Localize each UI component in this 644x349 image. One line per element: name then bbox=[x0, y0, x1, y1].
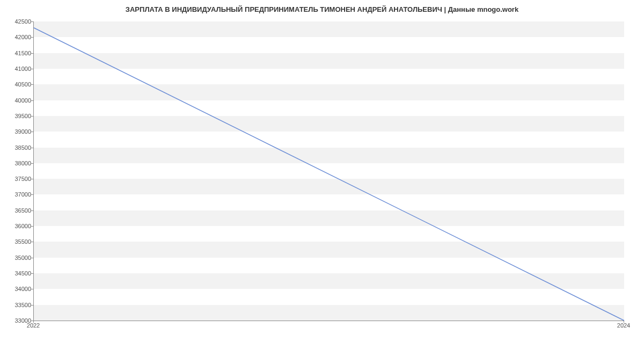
y-tick bbox=[31, 210, 33, 211]
y-tick-label: 35500 bbox=[4, 238, 31, 245]
y-tick bbox=[31, 37, 33, 38]
y-tick bbox=[31, 100, 33, 101]
y-tick bbox=[31, 148, 33, 148]
y-tick bbox=[31, 179, 33, 179]
y-tick-label: 38000 bbox=[4, 160, 31, 166]
y-tick-label: 42500 bbox=[4, 18, 31, 25]
y-tick-label: 42000 bbox=[4, 34, 31, 40]
y-tick-label: 37500 bbox=[4, 176, 31, 182]
y-tick-label: 38500 bbox=[4, 144, 31, 151]
y-tick bbox=[31, 116, 33, 117]
y-tick bbox=[31, 194, 33, 195]
y-tick-label: 36500 bbox=[4, 207, 31, 214]
y-tick bbox=[31, 163, 33, 164]
y-tick bbox=[31, 242, 33, 242]
y-tick bbox=[31, 305, 33, 306]
y-tick bbox=[31, 132, 33, 132]
y-tick bbox=[31, 69, 33, 69]
x-tick bbox=[33, 321, 34, 323]
y-tick bbox=[31, 258, 33, 258]
chart-container: ЗАРПЛАТА В ИНДИВИДУАЛЬНЫЙ ПРЕДПРИНИМАТЕЛ… bbox=[0, 0, 644, 349]
y-tick-label: 40000 bbox=[4, 97, 31, 104]
y-tick-label: 40500 bbox=[4, 81, 31, 88]
y-tick bbox=[31, 53, 33, 54]
y-tick-label: 34000 bbox=[4, 286, 31, 292]
y-tick-label: 34500 bbox=[4, 270, 31, 277]
line-series bbox=[34, 21, 624, 321]
x-tick-label: 2024 bbox=[617, 322, 630, 329]
y-tick-label: 41000 bbox=[4, 66, 31, 72]
y-tick bbox=[31, 289, 33, 289]
y-tick bbox=[31, 226, 33, 227]
y-tick bbox=[31, 84, 33, 85]
y-tick-label: 35000 bbox=[4, 255, 31, 261]
y-tick-label: 39500 bbox=[4, 113, 31, 119]
chart-title: ЗАРПЛАТА В ИНДИВИДУАЛЬНЫЙ ПРЕДПРИНИМАТЕЛ… bbox=[0, 0, 644, 13]
y-tick-label: 41500 bbox=[4, 50, 31, 56]
y-tick bbox=[31, 21, 33, 22]
y-tick bbox=[31, 273, 33, 274]
x-tick-label: 2022 bbox=[27, 322, 40, 329]
x-tick bbox=[624, 321, 624, 323]
y-tick-label: 39000 bbox=[4, 128, 31, 135]
y-tick-label: 36000 bbox=[4, 223, 31, 229]
plot-area bbox=[33, 21, 624, 321]
y-tick-label: 37000 bbox=[4, 191, 31, 198]
y-tick-label: 33500 bbox=[4, 302, 31, 308]
